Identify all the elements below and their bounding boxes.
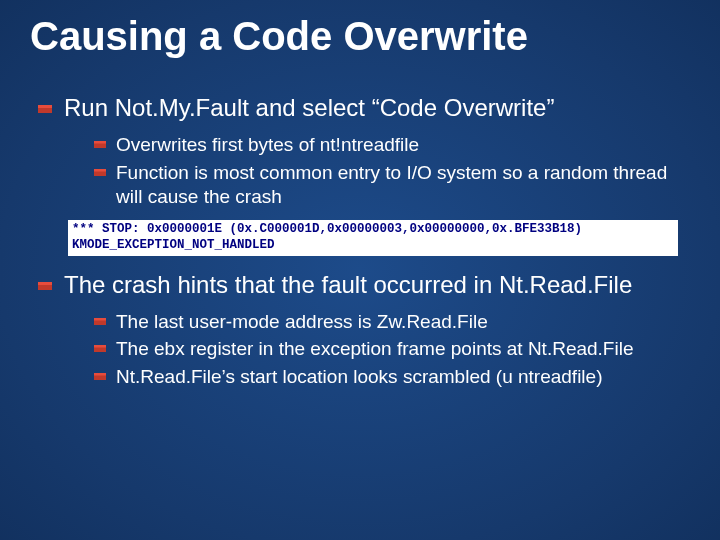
bullet-icon xyxy=(94,342,106,354)
bullet-icon xyxy=(94,370,106,382)
bullet-icon xyxy=(38,279,52,293)
list-item: Nt.Read.File’s start location looks scra… xyxy=(94,365,690,389)
bullet-icon xyxy=(94,315,106,327)
code-text: *** STOP: 0x0000001E (0x.C000001D,0x0000… xyxy=(68,220,678,255)
slide: Causing a Code Overwrite Run Not.My.Faul… xyxy=(0,0,720,540)
bullet-list-top: Run Not.My.Fault and select “Code Overwr… xyxy=(38,93,690,208)
code-line: KMODE_EXCEPTION_NOT_HANDLED xyxy=(72,238,275,252)
code-line: *** STOP: 0x0000001E (0x.C000001D,0x0000… xyxy=(72,222,582,236)
bullet-list-sub: The last user-mode address is Zw.Read.Fi… xyxy=(94,310,690,389)
svg-rect-5 xyxy=(94,169,106,172)
svg-rect-13 xyxy=(94,373,106,376)
list-item: The crash hints that the fault occurred … xyxy=(38,270,690,389)
list-item: Function is most common entry to I/O sys… xyxy=(94,161,690,209)
svg-rect-1 xyxy=(38,105,52,108)
bullet-icon xyxy=(38,102,52,116)
list-item-text: The ebx register in the exception frame … xyxy=(116,338,633,359)
bullet-icon xyxy=(94,166,106,178)
bullet-list-bottom: The crash hints that the fault occurred … xyxy=(38,270,690,389)
bullet-icon xyxy=(94,138,106,150)
bullet-list-sub: Overwrites first bytes of nt!ntreadfile … xyxy=(94,133,690,208)
list-item: Run Not.My.Fault and select “Code Overwr… xyxy=(38,93,690,208)
list-item-text: Overwrites first bytes of nt!ntreadfile xyxy=(116,134,419,155)
slide-title: Causing a Code Overwrite xyxy=(30,14,690,59)
code-block: *** STOP: 0x0000001E (0x.C000001D,0x0000… xyxy=(68,220,690,255)
list-item: The ebx register in the exception frame … xyxy=(94,337,690,361)
list-item-text: Run Not.My.Fault and select “Code Overwr… xyxy=(64,94,554,121)
list-item-text: The last user-mode address is Zw.Read.Fi… xyxy=(116,311,488,332)
list-item: The last user-mode address is Zw.Read.Fi… xyxy=(94,310,690,334)
list-item-text: The crash hints that the fault occurred … xyxy=(64,271,632,298)
svg-rect-11 xyxy=(94,345,106,348)
svg-rect-3 xyxy=(94,141,106,144)
svg-rect-7 xyxy=(38,282,52,285)
list-item-text: Function is most common entry to I/O sys… xyxy=(116,162,667,207)
list-item-text: Nt.Read.File’s start location looks scra… xyxy=(116,366,602,387)
list-item: Overwrites first bytes of nt!ntreadfile xyxy=(94,133,690,157)
svg-rect-9 xyxy=(94,318,106,321)
